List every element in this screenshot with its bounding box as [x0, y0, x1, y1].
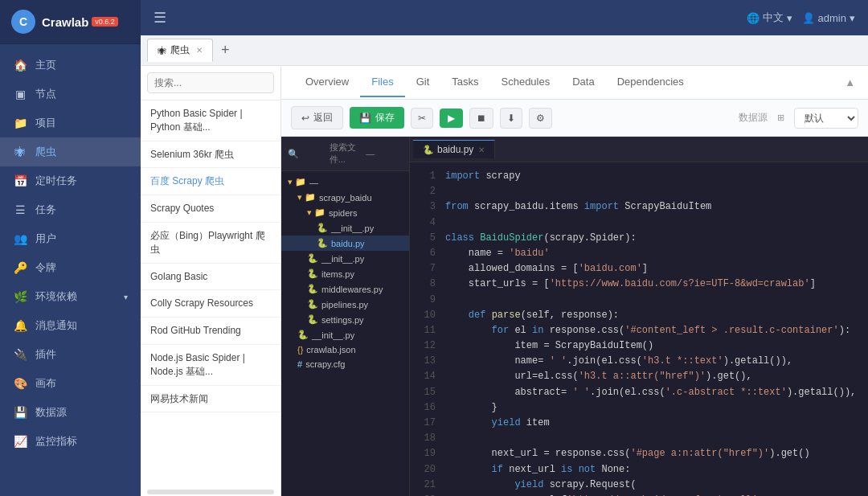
spider-list-panel: Python Basic Spider | Python 基础... Selen… — [141, 66, 281, 496]
sidebar-item-label: 节点 — [35, 87, 56, 101]
tree-item-items[interactable]: 🐍 items.py — [281, 266, 409, 281]
editor-area: 🔍 搜索文件... — ▾ 📁 — ▾ 📁 scr — [281, 137, 868, 496]
save-button-label: 保存 — [375, 111, 395, 125]
collapse-tabs-button[interactable]: ▲ — [845, 76, 855, 88]
tree-item-init-spider[interactable]: 🐍 __init__.py — [281, 220, 409, 236]
datasource-label: 数据源 — [739, 111, 768, 125]
sidebar-item-notify[interactable]: 🔔 消息通知 — [0, 311, 141, 340]
editor-active-tab[interactable]: 🐍 baidu.py ✕ — [413, 140, 495, 158]
spider-item-label: Scrapy Quotes — [150, 203, 214, 214]
datasource-icon: 💾 — [13, 406, 27, 419]
sidebar-item-users[interactable]: 👥 用户 — [0, 224, 141, 253]
tab-close-icon[interactable]: ✕ — [196, 46, 203, 55]
add-tab-button[interactable]: + — [216, 40, 235, 60]
sidebar-item-label: 任务 — [35, 203, 56, 217]
sidebar-item-canvas[interactable]: 🎨 画布 — [0, 369, 141, 398]
spider-list-item[interactable]: Scrapy Quotes — [141, 195, 280, 223]
tree-item-spiders[interactable]: ▾ 📁 spiders — [281, 205, 409, 220]
sidebar-item-nodes[interactable]: ▣ 节点 — [0, 80, 141, 109]
spider-tab[interactable]: 🕷 爬虫 ✕ — [147, 39, 213, 62]
home-icon: 🏠 — [13, 59, 27, 72]
tree-item-label: middlewares.py — [321, 285, 383, 294]
code-text[interactable]: import scrapy from scrapy_baidu.items im… — [442, 162, 868, 496]
spider-list: Python Basic Spider | Python 基础... Selen… — [141, 100, 280, 488]
save-button[interactable]: 💾 保存 — [350, 107, 404, 129]
chevron-down-icon: ▾ — [124, 293, 128, 301]
run-button[interactable]: ▶ — [440, 109, 463, 128]
tree-item-scrapy-cfg[interactable]: # scrapy.cfg — [281, 357, 409, 371]
tab-tasks[interactable]: Tasks — [440, 68, 489, 97]
sidebar-item-monitor[interactable]: 📈 监控指标 — [0, 427, 141, 456]
sidebar-item-projects[interactable]: 📁 项目 — [0, 109, 141, 137]
sidebar-item-datasource[interactable]: 💾 数据源 — [0, 398, 141, 427]
users-icon: 👥 — [13, 232, 27, 245]
spider-search-input[interactable] — [147, 72, 274, 93]
file-tree: ▾ 📁 — ▾ 📁 scrapy_baidu ▾ 📁 spiders — [281, 171, 409, 496]
spider-list-item[interactable]: Golang Basic — [141, 264, 280, 291]
sidebar-item-home[interactable]: 🏠 主页 — [0, 51, 141, 80]
folder-icon: ▾ 📁 — [288, 177, 306, 187]
tree-item-baidu[interactable]: 🐍 baidu.py — [281, 236, 409, 251]
code-editor: 🐍 baidu.py ✕ 1 2 3 4 5 6 — [410, 137, 868, 496]
datasource-select[interactable]: 默认 — [794, 108, 858, 129]
spider-list-item[interactable]: 必应（Bing）Playwright 爬虫 — [141, 223, 280, 264]
toolbar: ↩ 返回 💾 保存 ✂ ▶ ⏹ ⬇ — [281, 100, 868, 137]
tree-item-init[interactable]: 🐍 __init__.py — [281, 251, 409, 266]
tree-item-crawlab-json[interactable]: {} crawlab.json — [281, 342, 409, 357]
tab-dependencies[interactable]: Dependencies — [606, 68, 695, 97]
line-num: 19 — [410, 446, 442, 461]
hamburger-icon[interactable]: ☰ — [154, 9, 166, 27]
stop-button[interactable]: ⏹ — [469, 108, 493, 129]
spider-list-scrollbar[interactable] — [147, 490, 274, 494]
editor-tab-filename: baidu.py — [437, 144, 473, 155]
tree-item-label: scrapy_baidu — [319, 193, 371, 203]
topbar-left: ☰ — [154, 9, 176, 27]
spider-list-item[interactable]: Rod GitHub Trending — [141, 318, 280, 345]
tree-item-middlewares[interactable]: 🐍 middlewares.py — [281, 281, 409, 297]
spider-item-label: Python Basic Spider | Python 基础... — [150, 108, 243, 133]
spider-list-item[interactable]: Python Basic Spider | Python 基础... — [141, 100, 280, 141]
tree-item-label: baidu.py — [331, 239, 365, 248]
tree-item-init2[interactable]: 🐍 __init__.py — [281, 327, 409, 342]
code-content: 1 2 3 4 5 6 7 8 9 10 11 12 13 — [410, 162, 868, 496]
projects-icon: 📁 — [13, 117, 27, 129]
settings-button[interactable]: ⚙ — [529, 108, 552, 129]
back-button[interactable]: ↩ 返回 — [291, 106, 343, 129]
download-button[interactable]: ⬇ — [500, 108, 522, 129]
tab-files[interactable]: Files — [360, 68, 404, 97]
spider-list-item-active[interactable]: 百度 Scrapy 爬虫 — [141, 168, 280, 195]
tree-root[interactable]: ▾ 📁 — — [281, 174, 409, 190]
folder-icon: ▾ 📁 — [297, 192, 316, 203]
scissors-button[interactable]: ✂ — [411, 108, 433, 129]
sidebar-item-label: 爬虫 — [35, 145, 56, 159]
tree-item-scrapy-baidu[interactable]: ▾ 📁 scrapy_baidu — [281, 190, 409, 205]
spider-list-item[interactable]: Selenium 36kr 爬虫 — [141, 141, 280, 169]
sidebar-item-plugins[interactable]: 🔌 插件 — [0, 340, 141, 369]
tree-item-pipelines[interactable]: 🐍 pipelines.py — [281, 297, 409, 312]
python-file-icon: 🐍 — [307, 299, 318, 309]
sidebar-item-tokens[interactable]: 🔑 令牌 — [0, 253, 141, 282]
sidebar-item-spiders[interactable]: 🕷 爬虫 — [0, 137, 141, 166]
user-menu[interactable]: 👤 admin ▾ — [802, 12, 855, 24]
search-icon: 🔍 — [288, 149, 325, 159]
tab-data[interactable]: Data — [561, 68, 605, 97]
sidebar-item-tasks[interactable]: ☰ 任务 — [0, 195, 141, 224]
tab-schedules[interactable]: Schedules — [490, 68, 562, 97]
line-num: 21 — [410, 478, 442, 493]
globe-icon: 🌐 — [747, 12, 760, 24]
spider-list-item[interactable]: Node.js Basic Spider | Node.js 基础... — [141, 345, 280, 386]
line-numbers: 1 2 3 4 5 6 7 8 9 10 11 12 13 — [410, 162, 442, 496]
language-selector[interactable]: 🌐 中文 ▾ — [747, 10, 792, 25]
tree-item-label: __init__.py — [331, 223, 374, 233]
lang-chevron-icon: ▾ — [787, 12, 792, 24]
tab-overview[interactable]: Overview — [294, 68, 360, 97]
python-file-icon: 🐍 — [307, 284, 318, 294]
tab-git[interactable]: Git — [405, 68, 441, 97]
editor-tab-close-icon[interactable]: ✕ — [478, 146, 485, 154]
spider-list-item[interactable]: 网易技术新闻 — [141, 386, 280, 413]
spider-list-item[interactable]: Colly Scrapy Resources — [141, 290, 280, 318]
sidebar-item-env[interactable]: 🌿 环境依赖 ▾ — [0, 282, 141, 311]
tree-item-settings[interactable]: 🐍 settings.py — [281, 312, 409, 327]
sidebar-item-schedule[interactable]: 📅 定时任务 — [0, 166, 141, 195]
file-tree-collapse-icon[interactable]: — — [366, 149, 403, 158]
